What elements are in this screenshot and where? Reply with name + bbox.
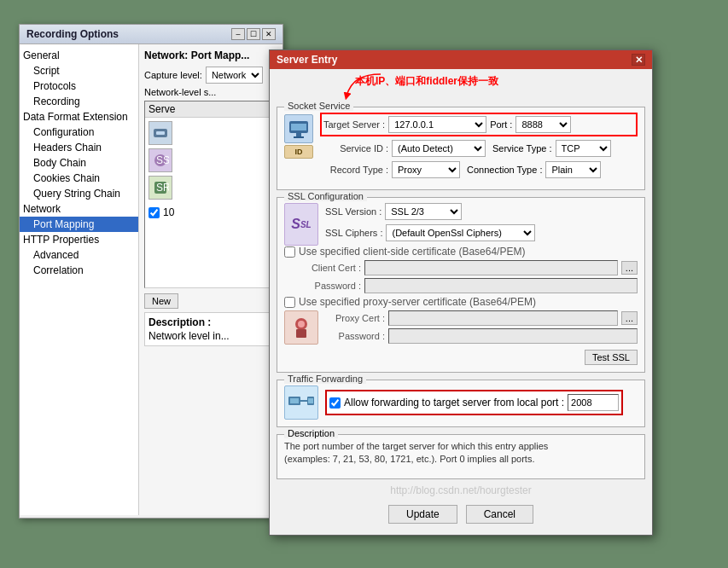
proxy-cert-checkbox[interactable] [284, 297, 295, 308]
right-panel: Network: Port Mapp... Capture level: Net… [139, 44, 282, 515]
record-type-select[interactable]: Proxy [392, 161, 460, 178]
traffic-content: Allow forwarding to target server from l… [284, 385, 638, 420]
sidebar-item-headers-chain[interactable]: Headers Chain [20, 140, 138, 155]
sidebar-item-recording[interactable]: Recording [20, 94, 138, 109]
sidebar-item-http-properties[interactable]: HTTP Properties [20, 232, 138, 247]
ssl-ciphers-select[interactable]: (Default OpenSsl Ciphers) [386, 224, 535, 241]
client-cert-checkbox-label: Use specified client-side certificate (B… [299, 246, 525, 258]
client-password-row: Password : [301, 278, 638, 293]
update-button[interactable]: Update [388, 505, 457, 524]
ssl-content: SSL SSL Version : SSL 2/3 SSL Ciphers : [284, 203, 638, 246]
ssl-version-row: SSL Version : SSL 2/3 [325, 203, 638, 220]
service-type-select[interactable]: TCP [556, 140, 611, 157]
record-type-label: Record Type : [320, 165, 388, 175]
sidebar-item-body-chain[interactable]: Body Chain [20, 155, 138, 171]
watermark-text: http://blog.csdn.net/hourgtester [277, 484, 645, 496]
list-item[interactable]: SRV [149, 176, 273, 200]
dialog-close-button[interactable]: ✕ [632, 54, 645, 66]
sidebar-item-configuration[interactable]: Configuration [20, 125, 138, 140]
service-id-select[interactable]: (Auto Detect) [392, 140, 486, 157]
id-badge: ID [284, 145, 313, 159]
connection-type-label: Connection Type : [467, 165, 542, 175]
svg-rect-14 [290, 398, 299, 403]
maximize-button[interactable]: ☐ [247, 28, 260, 40]
server-entry-dialog: Server Entry ✕ 本机IP、端口和fiddler保持一致 Socke… [269, 49, 653, 536]
target-server-select[interactable]: 127.0.0.1 [388, 116, 486, 133]
sidebar-item-protocols[interactable]: Protocols [20, 78, 138, 94]
client-cert-fields: Client Cert : ... Password : [301, 260, 638, 293]
description-group-label: Description [284, 428, 338, 438]
client-cert-checkbox-row: Use specified client-side certificate (B… [284, 246, 638, 258]
traffic-forwarding-group: Traffic Forwarding Allow forwarding to t… [277, 380, 645, 427]
port-select[interactable]: 8888 [515, 116, 571, 133]
capture-row: Capture level: Network [144, 67, 277, 84]
ssl-fields: SSL Version : SSL 2/3 SSL Ciphers : (Def… [325, 203, 638, 246]
dialog-buttons: Update Cancel [277, 500, 645, 529]
socket-service-group: Socket Service ID Target Server : [277, 107, 645, 190]
ssl-icon: SSL [284, 203, 318, 246]
sidebar-item-network[interactable]: Network [20, 201, 138, 217]
description-text: The port number of the target server for… [284, 440, 638, 467]
target-server-label: Target Server : [323, 119, 385, 130]
client-cert-input[interactable] [364, 260, 618, 275]
ssl-version-label: SSL Version : [325, 206, 381, 217]
proxy-cert-checkbox-row: Use specified proxy-server certificate (… [284, 296, 638, 308]
sidebar-item-script[interactable]: Script [20, 63, 138, 78]
target-server-row: Target Server : 127.0.0.1 Port : 8888 [320, 113, 638, 136]
proxy-password-input[interactable] [388, 328, 638, 344]
proxy-password-row: Password : [325, 328, 638, 344]
sidebar-item-advanced[interactable]: Advanced [20, 247, 138, 263]
client-password-input[interactable] [364, 278, 638, 293]
proxy-cert-browse-button[interactable]: ... [621, 311, 638, 325]
proxy-cert-input[interactable] [388, 310, 618, 326]
svg-rect-1 [156, 131, 165, 135]
sidebar-item-query-string-chain[interactable]: Query String Chain [20, 186, 138, 201]
traffic-icon [284, 385, 318, 420]
recording-window-titlebar: Recording Options – ☐ ✕ [20, 25, 282, 44]
client-cert-checkbox[interactable] [284, 246, 295, 258]
ssl-version-select[interactable]: SSL 2/3 [385, 203, 462, 220]
svg-rect-9 [294, 136, 304, 138]
capture-level-select[interactable]: Network [206, 67, 263, 84]
svg-point-12 [298, 321, 305, 327]
port-label: Port : [490, 119, 512, 130]
service-id-label: Service ID : [320, 143, 388, 154]
connection-type-select[interactable]: Plain [545, 161, 601, 178]
server-list-content: SSL SRV [145, 118, 277, 203]
description-label: Description : [149, 316, 273, 328]
close-icon[interactable]: ✕ [262, 28, 276, 40]
serve-column-label: Serve [149, 103, 175, 115]
sidebar-item-port-mapping[interactable]: Port Mapping [20, 217, 138, 232]
forward-port-input[interactable] [568, 394, 619, 411]
minimize-button[interactable]: – [231, 28, 245, 40]
svg-text:SSL: SSL [156, 154, 169, 166]
list-item[interactable] [149, 121, 273, 145]
service-type-label: Service Type : [492, 143, 552, 154]
socket-fields: Target Server : 127.0.0.1 Port : 8888 Se… [320, 113, 638, 183]
sidebar-item-general[interactable]: General [20, 48, 138, 63]
sidebar-item-correlation[interactable]: Correlation [20, 263, 138, 278]
network-row: Network-level s... [144, 87, 277, 97]
sidebar-item-cookies-chain[interactable]: Cookies Chain [20, 171, 138, 186]
ssl-configuration-group: SSL Configuration SSL SSL Version : SSL … [277, 197, 645, 373]
client-cert-label: Client Cert : [301, 263, 361, 273]
sidebar-item-data-format[interactable]: Data Format Extension [20, 109, 138, 125]
client-cert-browse-button[interactable]: ... [621, 261, 638, 275]
description-box: Description : Network level in... [144, 312, 277, 346]
ssl-group-label: SSL Configuration [284, 191, 367, 201]
annotation-arrow [338, 71, 389, 100]
proxy-password-label: Password : [325, 331, 385, 341]
entry-value: 10 [163, 206, 174, 218]
server-list-area: Serve SSL [144, 101, 277, 288]
list-item[interactable]: SSL [149, 148, 273, 172]
new-button[interactable]: New [144, 293, 178, 309]
server-icon [284, 114, 313, 143]
network-level-label: Network-level s... [144, 87, 216, 97]
cancel-button[interactable]: Cancel [466, 505, 533, 524]
panel-title: Network: Port Mapp... [144, 49, 277, 61]
dialog-title: Server Entry [277, 54, 337, 66]
test-ssl-button[interactable]: Test SSL [585, 350, 638, 365]
proxy-cert-area: Proxy Cert : ... Password : [284, 310, 638, 346]
forward-checkbox[interactable] [329, 397, 341, 409]
entry-checkbox[interactable] [149, 207, 160, 218]
